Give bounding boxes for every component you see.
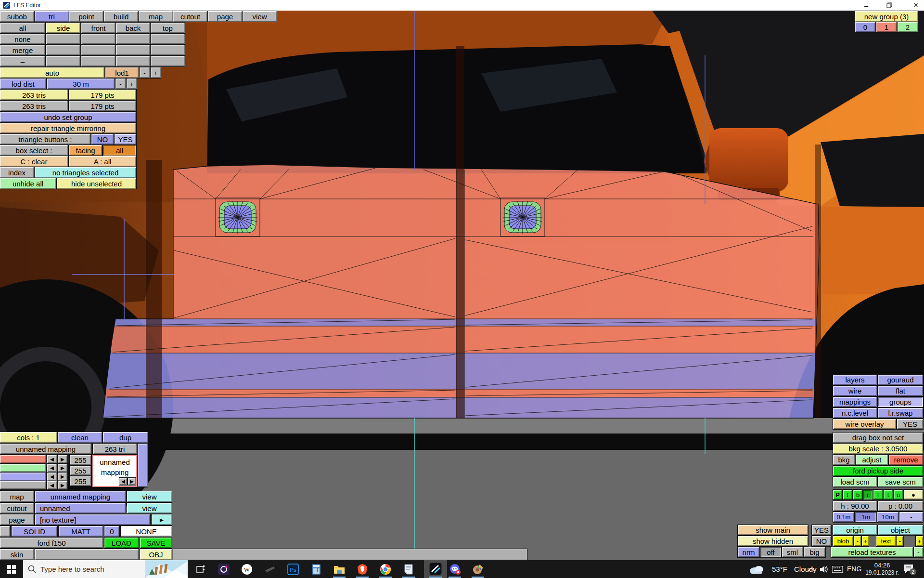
page-next-button[interactable]: ►	[152, 514, 172, 525]
group-2-button[interactable]: 2	[898, 22, 918, 32]
green-prev-button[interactable]: ◄	[47, 464, 57, 472]
grid-cell[interactable]	[116, 34, 150, 44]
color-swatch-red[interactable]	[0, 455, 46, 463]
bkg-adjust-button[interactable]: adjust	[856, 455, 888, 465]
group-1-button[interactable]: 1	[876, 22, 897, 32]
text-button[interactable]: text	[876, 536, 896, 546]
red-value[interactable]: 255	[70, 455, 91, 465]
skin-value-button[interactable]	[35, 549, 139, 560]
tab-page[interactable]: page	[208, 11, 242, 22]
gouraud-button[interactable]: gouraud	[878, 375, 923, 385]
tray-expand-icon[interactable]	[806, 564, 817, 575]
origin-button[interactable]: origin	[833, 525, 877, 535]
button-none[interactable]: none	[0, 34, 45, 44]
weather-temp[interactable]: 53°F	[772, 565, 787, 573]
cutout-view-button[interactable]: view	[127, 503, 172, 513]
select-all-button[interactable]: A : all	[69, 156, 136, 167]
view-u-button[interactable]: u	[894, 490, 903, 499]
blob-button[interactable]: blob	[833, 536, 853, 546]
mappings-button[interactable]: mappings	[833, 397, 877, 407]
lod-dist-value[interactable]: 30 m	[47, 79, 115, 89]
mapping-scrollbar[interactable]	[138, 444, 148, 487]
grid-cell[interactable]	[81, 34, 116, 44]
lfs-editor-taskbar-active[interactable]	[424, 560, 447, 578]
map-value-button[interactable]: unnamed mapping	[35, 491, 126, 502]
tab-cutout[interactable]: cutout	[173, 11, 207, 22]
tab-map[interactable]: map	[139, 11, 173, 22]
dup-button[interactable]: dup	[103, 432, 148, 443]
auto-button[interactable]: auto	[0, 67, 104, 78]
blob-plus-button[interactable]: +	[862, 536, 869, 546]
view-tab-front[interactable]: front	[81, 23, 116, 33]
chrome-icon[interactable]	[380, 564, 391, 575]
groups-button[interactable]: groups	[878, 397, 923, 407]
red-prev-button[interactable]: ◄	[47, 455, 57, 463]
tab-tri[interactable]: tri	[35, 11, 69, 22]
view-tab-back[interactable]: back	[116, 23, 150, 33]
index-button[interactable]: index	[0, 167, 34, 178]
search-highlight-image[interactable]	[145, 560, 188, 578]
save-scm-button[interactable]: save scm	[878, 477, 923, 487]
load-scm-button[interactable]: load scm	[833, 477, 877, 487]
minimize-button[interactable]: –	[858, 0, 874, 11]
mapping-scheme-name[interactable]: ford pickup side	[833, 466, 923, 476]
page-value-button[interactable]: [no texture]	[35, 514, 150, 525]
keyboard-icon[interactable]	[832, 564, 843, 575]
new-group-button[interactable]: new group (3)	[855, 11, 918, 22]
photoshop-icon[interactable]: Ps	[287, 564, 299, 575]
gray-prev-button[interactable]: ◄	[47, 481, 57, 489]
unhide-all-button[interactable]: unhide all	[0, 178, 56, 189]
bkg-button[interactable]: bkg	[833, 455, 855, 465]
group-0-button[interactable]: 0	[855, 22, 875, 32]
discord-icon[interactable]	[449, 564, 461, 575]
nrm-button[interactable]: nrm	[738, 547, 759, 557]
grid-cell[interactable]	[81, 56, 116, 66]
lod-dist-minus-button[interactable]: -	[116, 79, 126, 89]
save-button[interactable]: SAVE	[140, 538, 172, 548]
red-next-button[interactable]: ►	[58, 455, 67, 463]
box-select-facing[interactable]: facing	[69, 145, 102, 156]
hide-unselected-button[interactable]: hide unselected	[57, 178, 136, 189]
text-plus-button[interactable]: +	[916, 536, 923, 546]
brave-icon[interactable]	[357, 564, 368, 575]
button-merge[interactable]: merge	[0, 45, 45, 55]
mapping-list-next[interactable]: ►	[128, 478, 136, 485]
nrm-big-button[interactable]: big	[804, 547, 825, 557]
map-view-button[interactable]: view	[127, 491, 172, 502]
reload-minus-button[interactable]: -	[914, 547, 923, 557]
view-p-button[interactable]: P	[833, 490, 842, 499]
wire-button[interactable]: wire	[833, 386, 877, 396]
show-main-button[interactable]: show main	[738, 525, 808, 535]
tab-point[interactable]: point	[69, 11, 103, 22]
mapping-list-prev[interactable]: ◄	[119, 478, 127, 485]
step-1m-button[interactable]: 1m	[855, 512, 876, 522]
clock[interactable]: 04:26 19.01.2023 г.	[865, 562, 899, 576]
lod-plus-button[interactable]: +	[151, 67, 161, 78]
grid-cell[interactable]	[151, 56, 185, 66]
calculator-icon[interactable]	[310, 564, 322, 575]
grid-cell[interactable]	[81, 45, 116, 55]
tab-build[interactable]: build	[104, 11, 138, 22]
bkg-remove-button[interactable]: remove	[889, 455, 923, 465]
button-dash[interactable]: –	[0, 56, 45, 66]
material-solid-button[interactable]: SOLID	[12, 526, 57, 537]
step-10m-button[interactable]: 10m	[877, 512, 898, 522]
mapping-name-button[interactable]: unnamed mapping	[0, 444, 91, 454]
nc-level-button[interactable]: n.c.level	[833, 408, 877, 418]
view-f-button[interactable]: f	[843, 490, 852, 499]
grid-cell[interactable]	[46, 56, 80, 66]
pitch-value[interactable]: p : 0.00	[878, 501, 923, 511]
blue-next-button[interactable]: ►	[58, 473, 67, 481]
material-matt-button[interactable]: MATT	[59, 526, 103, 537]
triangle-buttons-no[interactable]: NO	[91, 134, 114, 144]
clear-selection-button[interactable]: C : clear	[0, 156, 68, 167]
material-none-button[interactable]: NONE	[121, 526, 172, 537]
view-dot-button[interactable]: ●	[904, 490, 923, 499]
start-button[interactable]	[6, 564, 17, 575]
clean-button[interactable]: clean	[58, 432, 102, 443]
blob-minus-button[interactable]: -	[854, 536, 861, 546]
nrm-off-button[interactable]: off	[760, 547, 781, 557]
weather-cloud-icon[interactable]	[747, 564, 766, 575]
color-swatch-blue[interactable]	[0, 473, 46, 481]
show-main-value[interactable]: YES	[812, 525, 831, 535]
